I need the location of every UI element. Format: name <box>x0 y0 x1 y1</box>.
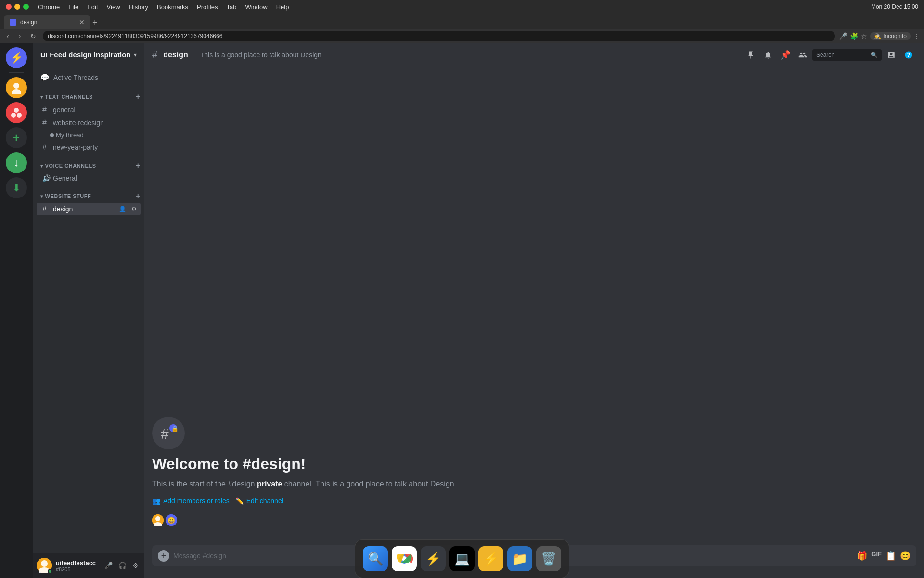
members-button[interactable] <box>795 47 810 63</box>
emoji-button[interactable]: 😊 <box>900 551 911 561</box>
add-members-icon: 👥 <box>152 497 160 505</box>
help-button[interactable]: ? <box>901 47 916 63</box>
url-text: discord.com/channels/922491180309159986/… <box>48 33 222 39</box>
minimize-window-button[interactable] <box>14 4 20 10</box>
tab-title: design <box>20 19 37 26</box>
dock-chrome-icon[interactable] <box>392 546 417 571</box>
channel-new-year-party[interactable]: # new-year-party <box>37 141 141 154</box>
channel-voice-general[interactable]: 🔊 General <box>37 172 141 184</box>
add-server-button[interactable]: + <box>6 127 27 148</box>
new-tab-button[interactable]: + <box>92 18 98 28</box>
menu-file[interactable]: File <box>68 3 78 11</box>
active-threads-item[interactable]: 💬 Active Threads <box>37 70 141 85</box>
deafen-button[interactable]: 🎧 <box>116 560 128 571</box>
menu-bookmarks[interactable]: Bookmarks <box>157 3 188 11</box>
hash-icon: # <box>42 118 51 127</box>
bookmark-icon[interactable]: ☆ <box>861 32 867 40</box>
header-divider <box>194 50 194 60</box>
dock-finder-icon[interactable]: 🔍 <box>363 546 388 571</box>
edit-channel-button[interactable]: ✏️ Edit channel <box>235 497 283 505</box>
add-member-icon[interactable]: 👤+ <box>119 206 129 212</box>
chat-area: # 🔒 Welcome to #design! This is the star… <box>144 66 924 545</box>
server-divider <box>9 72 24 73</box>
website-stuff-header[interactable]: ▾ WEBSITE STUFF + <box>33 190 144 202</box>
menu-chrome[interactable]: Chrome <box>38 3 60 11</box>
channel-design[interactable]: # design 👤+ ⚙ <box>37 203 141 215</box>
add-voice-channel-button[interactable]: + <box>136 161 141 170</box>
dock-bolt-icon[interactable]: ⚡ <box>478 546 503 571</box>
dock-terminal-icon[interactable]: 💻 <box>449 546 475 571</box>
menu-edit[interactable]: Edit <box>87 3 98 11</box>
menu-window[interactable]: Window <box>245 3 267 11</box>
channel-header-hash-icon: # <box>152 49 157 60</box>
server-icon-download[interactable]: ⬇ <box>6 177 27 198</box>
notifications-button[interactable] <box>760 47 776 63</box>
reload-button[interactable]: ↻ <box>27 31 39 41</box>
channel-sidebar: UI Feed design inspiration ▾ 💬 Active Th… <box>33 43 144 578</box>
welcome-actions: 👥 Add members or roles ✏️ Edit channel <box>152 497 916 505</box>
add-text-channel-button[interactable]: + <box>136 92 141 101</box>
channel-website-redesign[interactable]: # website-redesign <box>37 117 141 129</box>
extension-icon[interactable]: 🧩 <box>850 32 858 40</box>
mac-dock: 🔍 ⚡ 💻 ⚡ 📁 🗑️ <box>355 539 569 578</box>
dock-folder-icon[interactable]: 📁 <box>507 546 532 571</box>
microphone-icon[interactable]: 🎤 <box>839 32 847 40</box>
gif-button[interactable]: GIF <box>871 551 882 561</box>
gift-icon[interactable]: 🎁 <box>857 551 867 561</box>
svg-point-1 <box>12 89 21 94</box>
website-stuff-label: WEBSITE STUFF <box>45 193 91 199</box>
menu-help[interactable]: Help <box>276 3 289 11</box>
channel-search-bar[interactable]: Search 🔍 <box>812 49 882 61</box>
mute-button[interactable]: 🎤 <box>103 560 115 571</box>
mac-titlebar: Chrome File Edit View History Bookmarks … <box>0 0 924 13</box>
attach-file-button[interactable]: + <box>158 550 169 562</box>
back-button[interactable]: ‹ <box>4 31 12 41</box>
svg-point-14 <box>155 516 160 521</box>
message-input-icons: 🎁 GIF 📋 😊 <box>857 551 911 561</box>
svg-point-0 <box>13 83 19 89</box>
thread-my-thread[interactable]: My thread <box>37 130 141 141</box>
menu-view[interactable]: View <box>107 3 120 11</box>
user-settings-button[interactable]: ⚙ <box>130 560 141 571</box>
mac-menu-bar: Chrome File Edit View History Bookmarks … <box>38 3 289 11</box>
username: uifeedtestacc <box>56 559 99 566</box>
address-bar[interactable]: discord.com/channels/922491180309159986/… <box>43 31 835 41</box>
dock-discord-icon[interactable]: ⚡ <box>421 546 446 571</box>
browser-chrome: design ✕ + ‹ › ↻ discord.com/channels/92… <box>0 13 924 43</box>
add-website-stuff-channel-button[interactable]: + <box>136 192 141 200</box>
server-icon-red[interactable] <box>6 102 27 123</box>
add-members-button[interactable]: 👥 Add members or roles <box>152 497 230 505</box>
forward-button[interactable]: › <box>16 31 24 41</box>
search-label: Search <box>816 52 834 58</box>
browser-tab-design[interactable]: design ✕ <box>4 15 90 29</box>
member-avatar-1 <box>152 514 164 526</box>
server-list: ⚡ + ↓ ⬇ <box>0 43 33 578</box>
maximize-window-button[interactable] <box>23 4 29 10</box>
close-window-button[interactable] <box>6 4 12 10</box>
server-header[interactable]: UI Feed design inspiration ▾ <box>33 43 144 66</box>
sticker-icon[interactable]: 📋 <box>886 551 896 561</box>
text-channels-chevron: ▾ <box>40 94 43 100</box>
text-channels-header[interactable]: ▾ TEXT CHANNELS + <box>33 91 144 103</box>
settings-icon[interactable]: ⚙ <box>131 206 137 212</box>
server-icon-green[interactable]: ↓ <box>6 152 27 173</box>
discord-home-button[interactable]: ⚡ <box>6 47 27 68</box>
pin-button[interactable]: 📌 <box>778 47 793 63</box>
pinned-messages-button[interactable] <box>743 47 758 63</box>
channel-general[interactable]: # general <box>37 104 141 116</box>
menu-history[interactable]: History <box>129 3 148 11</box>
menu-tab[interactable]: Tab <box>226 3 236 11</box>
thread-dot-icon <box>50 133 54 137</box>
dock-trash-icon[interactable]: 🗑️ <box>536 546 561 571</box>
incognito-label: Incognito <box>883 33 907 39</box>
user-panel-icons: 🎤 🎧 ⚙ <box>103 560 141 571</box>
svg-text:😀: 😀 <box>167 516 176 525</box>
voice-channels-header[interactable]: ▾ VOICE CHANNELS + <box>33 159 144 172</box>
chrome-menu-icon[interactable]: ⋮ <box>913 32 920 40</box>
inbox-button[interactable] <box>884 47 899 63</box>
server-icon-user[interactable] <box>6 77 27 98</box>
member-avatars: 😀 <box>152 514 916 526</box>
menu-profiles[interactable]: Profiles <box>197 3 218 11</box>
tab-close-button[interactable]: ✕ <box>79 18 85 26</box>
add-members-label: Add members or roles <box>163 497 230 505</box>
